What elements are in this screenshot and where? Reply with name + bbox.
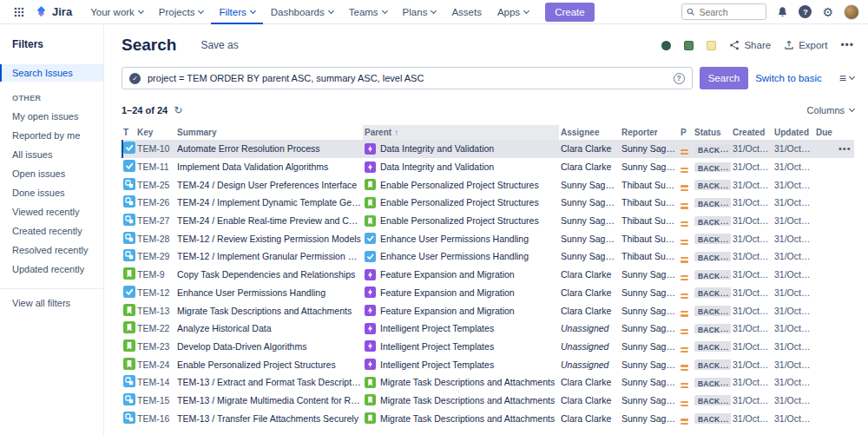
table-row[interactable]: TEM-23 Develop Data-Driven Algorithms In…	[122, 338, 854, 356]
nav-item-filters[interactable]: Filters	[211, 0, 262, 24]
issue-summary[interactable]: Migrate Task Descriptions and Attachment…	[175, 306, 363, 316]
issue-summary[interactable]: TEM-13 / Extract and Format Task Descrip…	[175, 377, 363, 387]
issue-key[interactable]: TEM-28	[135, 234, 175, 244]
col-header-reporter[interactable]: Reporter	[620, 128, 679, 137]
help-icon[interactable]: ?	[799, 5, 812, 18]
issue-summary[interactable]: TEM-24 / Design User Preferences Interfa…	[175, 180, 363, 190]
issue-summary[interactable]: Implement Data Validation Algorithms	[175, 161, 363, 172]
sidebar-item-search-issues[interactable]: Search Issues	[0, 64, 103, 82]
table-row[interactable]: TEM-27 TEM-24 / Enable Real-time Preview…	[122, 212, 854, 230]
notifications-bell-icon[interactable]	[777, 6, 788, 17]
table-row[interactable]: TEM-15 TEM-13 / Migrate Multimedia Conte…	[122, 392, 854, 410]
issue-parent-link[interactable]: Feature Expansion and Migration	[380, 287, 515, 298]
issue-parent-link[interactable]: Intelligent Project Templates	[380, 341, 494, 352]
row-more-button[interactable]: •••	[837, 143, 854, 154]
switch-to-basic-link[interactable]: Switch to basic	[755, 73, 822, 83]
sidebar-item-resolved-recently[interactable]: Resolved recently	[0, 241, 103, 259]
table-row[interactable]: TEM-25 TEM-24 / Design User Preferences …	[122, 175, 854, 194]
table-row[interactable]: TEM-13 Migrate Task Descriptions and Att…	[122, 301, 854, 320]
detail-view-toggle[interactable]: ≡	[839, 71, 854, 85]
sidebar-item-updated-recently[interactable]: Updated recently	[0, 260, 103, 278]
issue-key[interactable]: TEM-11	[135, 161, 175, 172]
jql-query-input[interactable]: ✓ project = TEM ORDER BY parent ASC, sum…	[122, 67, 693, 89]
issue-summary[interactable]: TEM-12 / Implement Granular Permission C…	[175, 251, 363, 261]
issue-key[interactable]: TEM-26	[135, 197, 175, 208]
addon-icon-1[interactable]	[661, 41, 671, 50]
nav-item-plans[interactable]: Plans	[395, 0, 444, 24]
table-row[interactable]: TEM-22 Analyze Historical Data Intellige…	[122, 320, 854, 338]
issue-summary[interactable]: TEM-24 / Implement Dynamic Template Gene…	[175, 197, 363, 208]
refresh-icon[interactable]: ↻	[174, 104, 182, 116]
sidebar-item-reported-by-me[interactable]: Reported by me	[0, 127, 103, 144]
issue-key[interactable]: TEM-9	[135, 269, 175, 280]
issue-key[interactable]: TEM-24	[135, 359, 175, 370]
issue-parent-link[interactable]: Enhance User Permissions Handling	[380, 251, 529, 261]
jira-logo[interactable]: Jira	[31, 5, 81, 18]
user-avatar[interactable]	[844, 4, 859, 20]
search-button[interactable]: Search	[700, 67, 748, 89]
nav-item-projects[interactable]: Projects	[151, 0, 212, 24]
issue-summary[interactable]: Enhance User Permissions Handling	[175, 287, 363, 298]
nav-item-teams[interactable]: Teams	[341, 0, 395, 24]
col-header-status[interactable]: Status	[693, 128, 731, 137]
addon-icon-3[interactable]	[707, 41, 716, 50]
sidebar-item-viewed-recently[interactable]: Viewed recently	[0, 203, 103, 221]
issue-summary[interactable]: Enable Personalized Project Structures	[175, 359, 363, 370]
issue-parent-link[interactable]: Data Integrity and Validation	[380, 161, 494, 172]
issue-summary[interactable]: TEM-24 / Enable Real-time Preview and Cu…	[175, 215, 363, 226]
table-row[interactable]: TEM-24 Enable Personalized Project Struc…	[122, 355, 854, 373]
nav-item-assets[interactable]: Assets	[444, 0, 490, 24]
sidebar-item-open-issues[interactable]: Open issues	[0, 165, 103, 182]
issue-key[interactable]: TEM-25	[135, 180, 175, 190]
jql-help-icon[interactable]: ?	[674, 73, 685, 84]
issue-summary[interactable]: TEM-13 / Migrate Multimedia Content for …	[175, 395, 363, 405]
table-row[interactable]: TEM-9 Copy Task Dependencies and Relatio…	[122, 266, 854, 284]
issue-parent-link[interactable]: Migrate Task Descriptions and Attachment…	[380, 377, 555, 387]
issue-key[interactable]: TEM-27	[135, 215, 175, 226]
header-more-button[interactable]: •••	[840, 39, 854, 51]
col-header-priority[interactable]: P	[679, 128, 693, 137]
sidebar-item-all-issues[interactable]: All issues	[0, 146, 103, 163]
save-as-button[interactable]: Save as	[201, 39, 238, 51]
export-button[interactable]: Export	[784, 40, 827, 50]
col-header-due[interactable]: Due	[814, 128, 837, 137]
issue-parent-link[interactable]: Enable Personalized Project Structures	[380, 215, 539, 226]
issue-key[interactable]: TEM-15	[135, 395, 175, 405]
sidebar-item-view-all-filters[interactable]: View all filters	[0, 294, 103, 312]
col-header-summary[interactable]: Summary	[175, 128, 363, 137]
table-row[interactable]: TEM-28 TEM-12 / Review Existing Permissi…	[122, 229, 854, 247]
issue-summary[interactable]: TEM-13 / Transfer File Attachments Secur…	[175, 413, 363, 424]
issue-parent-link[interactable]: Data Integrity and Validation	[380, 143, 494, 154]
create-button[interactable]: Create	[545, 3, 595, 22]
issue-key[interactable]: TEM-14	[135, 377, 175, 387]
nav-item-your-work[interactable]: Your work	[82, 0, 151, 24]
issue-key[interactable]: TEM-12	[135, 287, 175, 298]
issue-parent-link[interactable]: Feature Expansion and Migration	[380, 306, 515, 316]
global-search-box[interactable]	[681, 3, 766, 20]
jql-query-text[interactable]: project = TEM ORDER BY parent ASC, summa…	[148, 73, 424, 83]
col-header-updated[interactable]: Updated	[773, 128, 814, 137]
issue-key[interactable]: TEM-13	[135, 306, 175, 316]
table-row[interactable]: TEM-12 Enhance User Permissions Handling…	[122, 284, 854, 302]
issue-parent-link[interactable]: Enable Personalized Project Structures	[380, 197, 539, 208]
sidebar-item-done-issues[interactable]: Done issues	[0, 184, 103, 201]
sidebar-item-my-open-issues[interactable]: My open issues	[0, 108, 103, 125]
issue-summary[interactable]: Analyze Historical Data	[175, 323, 363, 333]
table-row[interactable]: TEM-16 TEM-13 / Transfer File Attachment…	[122, 409, 854, 427]
global-search-input[interactable]	[699, 7, 760, 17]
col-header-created[interactable]: Created	[731, 128, 773, 137]
share-button[interactable]: Share	[729, 40, 771, 50]
table-row[interactable]: TEM-26 TEM-24 / Implement Dynamic Templa…	[122, 194, 854, 212]
issue-parent-link[interactable]: Feature Expansion and Migration	[380, 269, 515, 280]
issue-summary[interactable]: Develop Data-Driven Algorithms	[175, 341, 363, 352]
columns-button[interactable]: Columns	[807, 105, 854, 115]
table-row[interactable]: TEM-29 TEM-12 / Implement Granular Permi…	[122, 247, 854, 266]
app-switcher-icon[interactable]	[9, 7, 30, 17]
table-row[interactable]: TEM-10 Automate Error Resolution Process…	[122, 140, 854, 158]
settings-gear-icon[interactable]: ⚙	[822, 6, 833, 18]
col-header-parent-sorted[interactable]: Parent ↑	[363, 125, 559, 140]
issue-summary[interactable]: Automate Error Resolution Process	[175, 143, 363, 154]
issue-summary[interactable]: TEM-12 / Review Existing Permission Mode…	[175, 234, 363, 244]
col-header-type[interactable]: T	[122, 128, 135, 137]
issue-parent-link[interactable]: Enable Personalized Project Structures	[380, 180, 539, 190]
